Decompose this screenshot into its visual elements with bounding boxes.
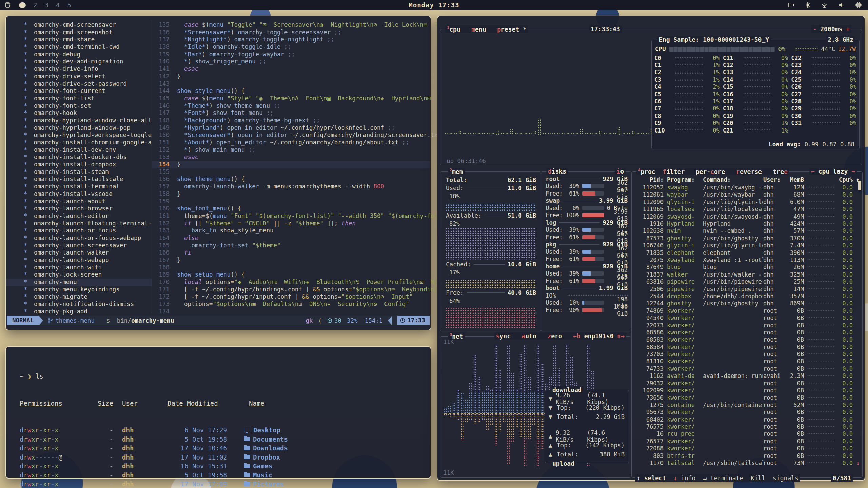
code-line[interactable]: 144show_style_menu() {	[152, 87, 430, 95]
btop-window[interactable]: 1cpu menu preset * 17:33:43 - 2000ms + u…	[437, 16, 865, 481]
volume-icon[interactable]	[838, 2, 845, 8]
file-item[interactable]: *omarchy-install-tailscale	[6, 176, 152, 183]
file-item[interactable]: *omarchy-install-vscode	[6, 190, 152, 198]
code-line[interactable]: 164 else	[152, 235, 430, 242]
file-item[interactable]: *omarchy-pkg-add	[6, 308, 152, 316]
code-line[interactable]: 141 esac	[152, 65, 430, 73]
process-row[interactable]: 71837walker/usr/bin/walker --gappldhh325…	[634, 271, 860, 278]
process-row[interactable]: 102638nvimnvim --embed .dhh57M0.0	[634, 227, 860, 235]
file-item[interactable]: *omarchy-font-current	[6, 87, 152, 95]
file-item[interactable]: *omarchy-cmd-terminal-cwd	[6, 43, 152, 51]
process-row[interactable]: 68584kworker/root0B0.0	[634, 343, 860, 350]
code-line[interactable]: 138 *Idle*) omarchy-toggle-idle ;;	[152, 43, 430, 51]
file-item[interactable]: *omarchy-debug	[6, 51, 152, 58]
code-line[interactable]: 159	[152, 198, 430, 205]
file-item[interactable]: *omarchy-install-dev-env	[6, 146, 152, 154]
process-row[interactable]: 1162avahi-daavahi-daemon: running [avahi…	[634, 372, 860, 380]
proc-panel-tabs[interactable]: 4proc filter per-core reverse tree	[636, 168, 789, 175]
file-item[interactable]: *omarchy-drive-select	[6, 73, 152, 80]
process-row[interactable]: 87573ghostty/usr/bin/ghostty --gtk-dhh37…	[634, 235, 860, 242]
code-line[interactable]: 147 *Font*) show_font_menu ;;	[152, 109, 430, 117]
process-row[interactable]: 74733kworker/root0B0.0	[634, 365, 860, 372]
process-row[interactable]: 63816pipewire/usr/bin/pipewiredhh25M0.0	[634, 278, 860, 285]
file-item[interactable]: *omarchy-hyprland-window-pop	[6, 124, 152, 132]
process-row[interactable]: 111965localsea/usr/lib/localsearch-exdhh…	[634, 206, 860, 213]
file-item[interactable]: *omarchy-notification-dismiss	[6, 301, 152, 308]
file-item[interactable]: *omarchy-launch-wifi	[6, 264, 152, 271]
git-branch[interactable]: themes-menu	[48, 317, 95, 324]
file-item[interactable]: *omarchy-launch-walker	[6, 249, 152, 257]
code-line[interactable]: 151 *About*) open_in_editor ~/.config/om…	[152, 139, 430, 146]
file-item[interactable]: *omarchy-launch-webapp	[6, 257, 152, 264]
process-row[interactable]: 72073kworker/root0B0.0	[634, 322, 860, 329]
workspace-1[interactable]	[19, 2, 26, 8]
file-item[interactable]: *omarchy-cmd-share	[6, 36, 152, 43]
process-row[interactable]: 112069swayosd-/usr/bin/swayosd-serverdhh…	[634, 213, 860, 220]
code-line[interactable]: 154}	[152, 161, 430, 168]
file-item[interactable]: *omarchy-launch-browser	[6, 205, 152, 212]
code-line[interactable]: 156show_theme_menu() {	[152, 176, 430, 183]
process-row[interactable]: 1170tailscal/usr/sbin/tailscaled --root7…	[634, 459, 860, 466]
process-row[interactable]: 112052swaybg/usr/bin/swaybg -i /homdhh12…	[634, 184, 860, 191]
process-list[interactable]: 112052swaybg/usr/bin/swaybg -i /homdhh12…	[634, 184, 860, 466]
process-row[interactable]: 102099kworker/root0B0.0	[634, 387, 860, 394]
file-item[interactable]: *omarchy-launch-floating-terminal-	[6, 220, 152, 227]
process-row[interactable]: 68583kworker/root0B0.0	[634, 336, 860, 343]
code-line[interactable]: 173 options="$options\n▣ Defaults\n⊞ DNS…	[152, 301, 430, 308]
disks-panel-tab[interactable]: disks	[546, 168, 568, 175]
process-row[interactable]: 112061waybar/usr/bin/waybardhh68M0.0	[634, 191, 860, 198]
code-line[interactable]: 163 back_to show_style_menu	[152, 227, 430, 235]
file-item[interactable]: *omarchy-menu	[6, 279, 152, 286]
process-row[interactable]: 76575kworker/root0B0.0	[634, 423, 860, 430]
workspace-2[interactable]: 2	[33, 1, 37, 9]
process-row[interactable]: 2506pipewire/usr/bin/pipewire-pulsedhh14…	[634, 285, 860, 292]
file-item[interactable]: *omarchy-install-terminal	[6, 183, 152, 190]
process-row[interactable]: 1275containe/usr/bin/containerdroot52M0.…	[634, 401, 860, 408]
code-line[interactable]: 166 fi	[152, 249, 430, 257]
code-line[interactable]: 152 *) show_main_menu ;;	[152, 146, 430, 154]
code-line[interactable]: 162 if [[ "$theme" = "CNCLD" || -z "$the…	[152, 220, 430, 227]
process-row[interactable]: 16rcu_preeroot0B0.0	[634, 430, 860, 438]
process-row[interactable]: 95673kworker/root0B0.0	[634, 409, 860, 416]
proc-scrollbar[interactable]	[858, 181, 861, 190]
mem-panel-tab[interactable]: 2mem	[448, 168, 465, 175]
file-item[interactable]: *omarchy-install-steam	[6, 168, 152, 176]
file-item[interactable]: *omarchy-drive-info	[6, 65, 152, 73]
code-line[interactable]: 168	[152, 264, 430, 271]
process-row[interactable]: 2544dropbox/home/dhh/.dropbox-distdhh357…	[634, 292, 860, 300]
workspace-3[interactable]: 3	[44, 1, 48, 9]
file-item[interactable]: *omarchy-launch-screensaver	[6, 242, 152, 249]
file-item[interactable]: *omarchy-menu-keybindings	[6, 286, 152, 293]
code-line[interactable]: 171 [ -f ~/.config/hypr/bindings.conf ] …	[152, 286, 430, 293]
file-item[interactable]: *omarchy-cmd-screensaver	[6, 21, 152, 29]
code-line[interactable]: 169show_setup_menu() {	[152, 271, 430, 279]
process-row[interactable]: 72088kworker/root0B0.0	[634, 445, 860, 452]
bluetooth-icon[interactable]	[805, 2, 810, 8]
code-line[interactable]: 140 *) show_trigger_menu ;;	[152, 58, 430, 65]
file-item[interactable]: *omarchy-install-docker-dbs	[6, 154, 152, 161]
process-row[interactable]: 112090glycin-i/usr/lib/glycin-loadersdhh…	[634, 198, 860, 205]
process-row[interactable]: 803btrfs-trroot0B0.0	[634, 452, 860, 459]
io-tab[interactable]: io	[615, 168, 626, 175]
file-item[interactable]: *omarchy-launch-about	[6, 198, 152, 205]
code-line[interactable]: 135 case $(menu "Toggle" "⊡ Screensaver\…	[152, 21, 430, 29]
workspace-4[interactable]: 4	[56, 1, 60, 9]
process-row[interactable]: 68402kworker/root0B0.0	[634, 416, 860, 423]
cpu-panel-tabs[interactable]: 1cpu menu preset *	[445, 25, 528, 33]
code-line[interactable]: 157 omarchy-launch-walker -m menus:omarc…	[152, 183, 430, 190]
code-line[interactable]: 155	[152, 168, 430, 176]
update-interval[interactable]: - 2000ms +	[811, 25, 851, 33]
code-line[interactable]: 167}	[152, 257, 430, 264]
code-line[interactable]: 142}	[152, 73, 430, 80]
process-row[interactable]: 1916HyprlandHyprlanddhh424M0.0	[634, 220, 860, 227]
workspace-5[interactable]: 5	[67, 1, 71, 9]
code-line[interactable]: 170 local options="◆ Audio\n≋ Wifi\n◈ Bl…	[152, 279, 430, 286]
file-item[interactable]: *omarchy-launch-or-focus-webapp	[6, 235, 152, 242]
file-list[interactable]: *omarchy-cmd-screensaver*omarchy-cmd-scr…	[6, 21, 152, 316]
file-item[interactable]: *omarchy-launch-editor	[6, 212, 152, 220]
code-line[interactable]: 149 *Hyprland*) open_in_editor ~/.config…	[152, 124, 430, 132]
file-item[interactable]: *omarchy-font-set	[6, 102, 152, 110]
process-row[interactable]: 76577kworker/root0B0.0	[634, 438, 860, 445]
file-item[interactable]: *omarchy-dev-add-migration	[6, 58, 152, 65]
file-item[interactable]: *omarchy-cmd-screenshot	[6, 29, 152, 36]
